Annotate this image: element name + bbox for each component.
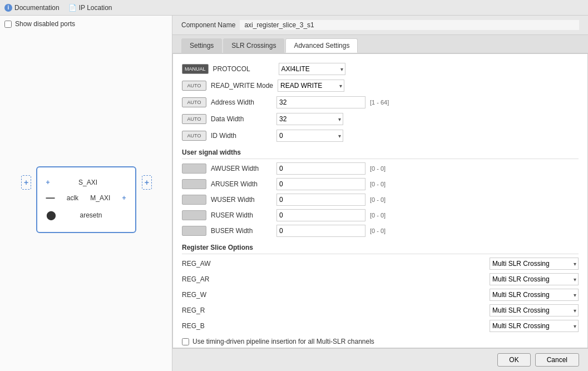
s-axi-label: S_AXI: [78, 179, 97, 186]
component-name-value: axi_register_slice_3_s1: [240, 20, 579, 30]
reg-b-label: REG_B: [182, 322, 226, 330]
id-width-select-wrapper: 0 1 2 4 8 ▾: [276, 130, 343, 142]
awuser-width-input[interactable]: [276, 162, 365, 175]
s-axi-connector: +: [21, 175, 31, 190]
aresetn-row: ⬤ aresetn: [46, 210, 126, 220]
data-width-select-wrapper: 32 64 128 ▾: [276, 113, 343, 125]
address-width-input[interactable]: 32: [276, 96, 365, 108]
tabs-bar: Settings SLR Crossings Advanced Settings: [172, 35, 588, 53]
tab-slr-crossings[interactable]: SLR Crossings: [223, 38, 284, 53]
address-width-label: Address Width: [211, 98, 272, 106]
aclk-row: — aclk M_AXI +: [46, 193, 126, 203]
awuser-width-row: AWUSER Width [0 - 0]: [182, 162, 579, 175]
data-width-mode-btn[interactable]: AUTO: [182, 114, 206, 124]
component-name-label: Component Name: [181, 21, 235, 29]
documentation-link[interactable]: i Documentation: [4, 4, 60, 12]
ok-button[interactable]: OK: [497, 353, 530, 367]
reg-aw-label: REG_AW: [182, 260, 226, 268]
aruser-width-label: ARUSER Width: [211, 180, 272, 188]
s-axi-row: + S_AXI: [46, 179, 126, 186]
aresetn-label: aresetn: [80, 211, 102, 219]
id-width-select[interactable]: 0 1 2 4 8: [276, 130, 343, 142]
reg-ar-row: REG_AR Multi SLR Crossing Single Registe…: [182, 273, 579, 285]
bottom-bar: OK Cancel: [172, 348, 588, 371]
ip-location-link[interactable]: 📄 IP Location: [68, 4, 112, 12]
data-width-select[interactable]: 32 64 128: [276, 113, 343, 125]
data-width-row: AUTO Data Width 32 64 128 ▾: [182, 113, 579, 125]
reg-w-label: REG_W: [182, 291, 226, 299]
reg-aw-row: REG_AW Multi SLR Crossing Single Registe…: [182, 258, 579, 270]
buser-width-range: [0 - 0]: [370, 227, 386, 234]
reg-ar-select[interactable]: Multi SLR Crossing Single Register Light…: [490, 273, 579, 285]
reg-r-row: REG_R Multi SLR Crossing Single Register…: [182, 304, 579, 316]
ruser-width-btn: [182, 210, 206, 220]
m-axi-connector-plus-icon: +: [145, 178, 149, 187]
show-disabled-ports-label: Show disabled ports: [15, 20, 75, 28]
read-write-mode-select-wrapper: READ WRITE READ ONLY WRITE ONLY ▾: [278, 80, 344, 92]
reg-aw-select-wrapper: Multi SLR Crossing Single Register Light…: [490, 258, 579, 270]
aruser-width-range: [0 - 0]: [370, 181, 386, 187]
address-width-row: AUTO Address Width 32 [1 - 64]: [182, 96, 579, 108]
cancel-button[interactable]: Cancel: [535, 353, 579, 367]
aruser-width-input[interactable]: [276, 178, 365, 190]
protocol-row: MANUAL PROTOCOL AXI4LITE AXI4 AXI3 ▾: [182, 63, 579, 75]
buser-width-row: BUSER Width [0 - 0]: [182, 225, 579, 237]
address-width-mode-btn[interactable]: AUTO: [182, 97, 206, 107]
reg-ar-select-wrapper: Multi SLR Crossing Single Register Light…: [490, 273, 579, 285]
buser-width-btn: [182, 226, 206, 236]
info-icon: i: [4, 4, 12, 12]
m-axi-label: M_AXI: [90, 194, 110, 202]
id-width-label: ID Width: [211, 132, 272, 140]
id-width-mode-btn[interactable]: AUTO: [182, 131, 206, 141]
reg-b-row: REG_B Multi SLR Crossing Single Register…: [182, 320, 579, 332]
protocol-select[interactable]: AXI4LITE AXI4 AXI3: [279, 63, 345, 75]
right-panel: Component Name axi_register_slice_3_s1 S…: [172, 16, 588, 371]
awuser-width-range: [0 - 0]: [370, 165, 386, 172]
reg-b-select[interactable]: Multi SLR Crossing Single Register Light…: [490, 320, 579, 332]
documentation-label: Documentation: [14, 4, 60, 12]
read-write-mode-select[interactable]: READ WRITE READ ONLY WRITE ONLY: [278, 80, 344, 92]
aclk-label: aclk: [67, 194, 78, 202]
ruser-width-row: RUSER Width [0 - 0]: [182, 209, 579, 221]
ruser-width-label: RUSER Width: [211, 211, 272, 219]
tab-settings[interactable]: Settings: [181, 38, 222, 53]
register-slice-options-title: Register Slice Options: [182, 244, 579, 254]
wuser-width-btn: [182, 195, 206, 205]
wuser-width-row: WUSER Width [0 - 0]: [182, 194, 579, 206]
m-axi-connector: +: [142, 175, 152, 190]
reg-r-select[interactable]: Multi SLR Crossing Single Register Light…: [490, 304, 579, 316]
wuser-width-input[interactable]: [276, 194, 365, 206]
wuser-width-range: [0 - 0]: [370, 196, 386, 203]
protocol-select-wrapper: AXI4LITE AXI4 AXI3 ▾: [279, 63, 345, 75]
aresetn-dot-icon: ⬤: [46, 210, 56, 220]
reg-w-row: REG_W Multi SLR Crossing Single Register…: [182, 289, 579, 301]
tab-advanced-settings[interactable]: Advanced Settings: [285, 38, 358, 53]
left-panel: Show disabled ports + + S_AXI — aclk M_: [0, 16, 172, 371]
aclk-dash-icon: —: [46, 193, 55, 203]
buser-width-input[interactable]: [276, 225, 365, 237]
show-disabled-ports-checkbox[interactable]: [4, 21, 12, 28]
component-name-bar: Component Name axi_register_slice_3_s1: [172, 16, 588, 35]
read-write-mode-label: READ_WRITE Mode: [211, 82, 273, 90]
read-write-mode-btn[interactable]: AUTO: [182, 81, 206, 91]
s-axi-plus-icon: +: [24, 178, 28, 187]
protocol-label: PROTOCOL: [213, 65, 274, 73]
show-disabled-ports-row: Show disabled ports: [4, 20, 167, 28]
wuser-width-label: WUSER Width: [211, 196, 272, 204]
buser-width-label: BUSER Width: [211, 227, 272, 235]
reg-ar-label: REG_AR: [182, 275, 226, 283]
reg-r-label: REG_R: [182, 306, 226, 314]
awuser-width-btn: [182, 164, 206, 174]
top-bar: i Documentation 📄 IP Location: [0, 0, 588, 16]
aruser-width-btn: [182, 179, 206, 189]
main-container: Show disabled ports + + S_AXI — aclk M_: [0, 16, 588, 371]
doc-icon: 📄: [68, 4, 77, 12]
timing-driven-checkbox[interactable]: [182, 338, 189, 345]
protocol-mode-btn[interactable]: MANUAL: [182, 64, 209, 74]
reg-w-select[interactable]: Multi SLR Crossing Single Register Light…: [490, 289, 579, 301]
s-axi-plus: +: [46, 179, 50, 186]
reg-aw-select[interactable]: Multi SLR Crossing Single Register Light…: [490, 258, 579, 270]
user-signal-widths-title: User signal widths: [182, 149, 579, 159]
ruser-width-input[interactable]: [276, 209, 365, 221]
ip-location-label: IP Location: [79, 4, 112, 12]
